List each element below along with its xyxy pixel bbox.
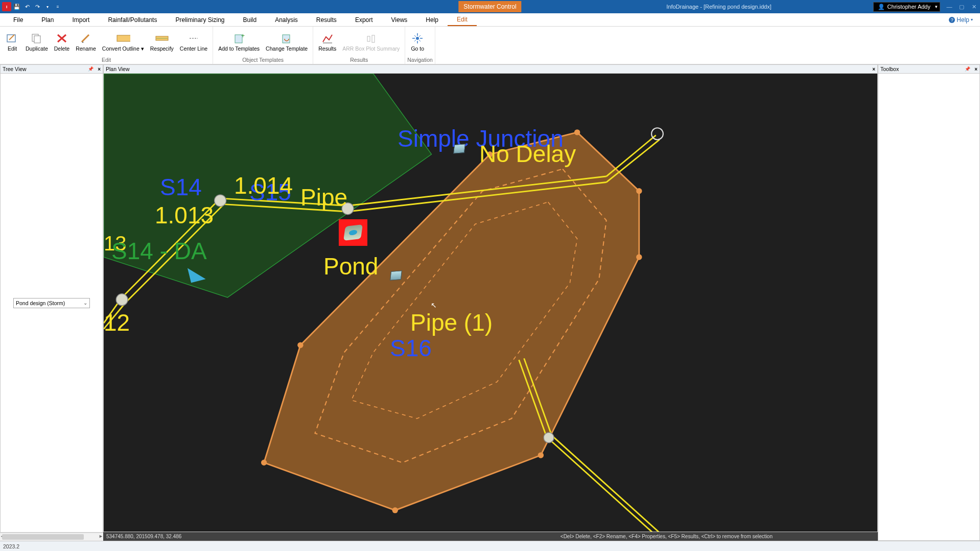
ribbon-delete-button[interactable]: Delete: [51, 31, 73, 53]
pencil-icon: [79, 32, 93, 44]
menu-help[interactable]: Help: [416, 14, 448, 26]
ribbon-add-to-templates-button[interactable]: +Add to Templates: [215, 32, 263, 53]
ribbon-go-to-button[interactable]: Go to: [407, 31, 428, 53]
close-icon[interactable]: ×: [872, 66, 875, 72]
svg-rect-3: [117, 35, 130, 41]
menu-file[interactable]: File: [4, 14, 32, 26]
ribbon-respecify-button[interactable]: Respecify: [147, 31, 177, 53]
design-select-value: Pond design (Storm): [16, 300, 65, 306]
chart-icon: [320, 32, 335, 44]
ribbon-convert-outline-button[interactable]: Convert Outline ▾: [99, 31, 147, 53]
connection-label-no-delay: No Delay: [479, 140, 576, 168]
menu-plan[interactable]: Plan: [32, 14, 63, 26]
ribbon-center-line-label: Center Line: [180, 45, 207, 52]
pin-icon[interactable]: 📌: [88, 66, 94, 72]
x-red-icon: [55, 32, 69, 44]
ribbon-respecify-label: Respecify: [150, 45, 174, 52]
ribbon-edit-label: Edit: [8, 45, 17, 52]
app-logo-icon: I: [2, 2, 11, 11]
pin-icon[interactable]: 📌: [965, 66, 970, 72]
tree-view-panel: Tree View 📌 × Pond design (Storm) ◄ ►: [0, 64, 103, 541]
qat-redo-icon[interactable]: ↷: [33, 2, 42, 11]
svg-point-25: [651, 128, 663, 140]
ribbon-group-navigation: Go to Navigation: [405, 27, 435, 64]
pipe-label-pipe1: Pipe (1): [410, 309, 493, 336]
scroll-thumb[interactable]: [2, 534, 84, 540]
plan-canvas[interactable]: S14 S15 S16 Simple Junction 1.014 1.013 …: [103, 74, 878, 532]
swc-label-pond: Pond: [323, 252, 378, 280]
qat-customize-icon[interactable]: ≡: [53, 2, 62, 11]
help-question-icon: ?: [949, 17, 955, 23]
menu-rainfall[interactable]: Rainfall/Pollutants: [99, 14, 166, 26]
ribbon-group-results-label: Results: [315, 56, 403, 64]
menu-results[interactable]: Results: [307, 14, 346, 26]
ribbon-results-button[interactable]: Results: [315, 31, 339, 53]
close-icon[interactable]: ×: [974, 66, 977, 72]
svg-text:+: +: [241, 33, 245, 39]
svg-rect-11: [372, 35, 375, 42]
main-menu-bar: File Plan Import Rainfall/Pollutants Pre…: [0, 13, 980, 27]
ribbon-duplicate-button[interactable]: Duplicate: [22, 31, 51, 53]
menu-edit[interactable]: Edit: [448, 14, 477, 26]
catchment-label-s14-da: S14 - DA: [111, 237, 207, 265]
ribbon-group-object-templates-label: Object Templates: [215, 56, 311, 64]
toolbox-body: [878, 74, 980, 541]
ribbon-change-template-button[interactable]: Change Template: [263, 32, 311, 53]
tree-view-title: Tree View: [3, 66, 27, 72]
boxplot-icon: [364, 33, 378, 45]
menu-analysis[interactable]: Analysis: [266, 14, 307, 26]
menu-export[interactable]: Export: [346, 14, 382, 26]
qat-save-icon[interactable]: 💾: [12, 2, 21, 11]
window-minimize-button[interactable]: —: [943, 4, 955, 10]
mouse-cursor-icon: ↖: [431, 301, 437, 309]
qat-dropdown-icon[interactable]: ▾: [43, 2, 52, 11]
tree-view-header[interactable]: Tree View 📌 ×: [0, 64, 103, 74]
tree-horizontal-scrollbar[interactable]: ◄ ►: [0, 533, 103, 541]
svg-point-19: [636, 254, 642, 260]
node-label-s16: S16: [390, 334, 432, 362]
qat-undo-icon[interactable]: ↶: [22, 2, 32, 11]
ribbon-duplicate-label: Duplicate: [26, 45, 48, 52]
ribbon-group-edit-label: Edit: [2, 56, 211, 64]
ribbon-results-label: Results: [318, 45, 336, 52]
menu-import[interactable]: Import: [63, 14, 99, 26]
window-restore-button[interactable]: ▢: [955, 4, 968, 10]
pipe-label-1013: 1.013: [155, 201, 214, 229]
application-status-bar: 2023.2: [0, 541, 980, 551]
design-select-dropdown[interactable]: Pond design (Storm): [13, 298, 90, 308]
svg-point-18: [636, 188, 642, 194]
ribbon-toolbar: Edit Duplicate Delete Rename Convert Out…: [0, 27, 980, 64]
ribbon-center-line-button[interactable]: Center Line: [177, 31, 211, 53]
ribbon-change-template-label: Change Template: [266, 46, 308, 52]
menu-views[interactable]: Views: [382, 14, 417, 26]
svg-point-23: [297, 342, 303, 348]
menu-preliminary-sizing[interactable]: Preliminary Sizing: [166, 14, 234, 26]
help-link[interactable]: ? Help ▾: [949, 16, 976, 24]
pencil-square-icon: [5, 32, 19, 44]
ribbon-rename-button[interactable]: Rename: [73, 31, 99, 53]
user-account-dropdown[interactable]: 👤 Christopher Addy: [873, 2, 940, 12]
close-icon[interactable]: ×: [98, 66, 101, 72]
pipe-label-pipe: Pipe: [300, 183, 347, 211]
crosshair-icon: [410, 32, 425, 44]
toolbox-title: Toolbox: [880, 66, 899, 72]
plan-view-header[interactable]: Plan View ×: [103, 64, 878, 74]
toolbox-header[interactable]: Toolbox 📌 ×: [878, 64, 980, 74]
ribbon-go-to-label: Go to: [411, 45, 424, 52]
window-close-button[interactable]: ✕: [968, 4, 980, 10]
plan-view-panel: Plan View ×: [103, 64, 878, 541]
plus-template-icon: +: [232, 33, 246, 45]
pond-icon[interactable]: [339, 219, 367, 246]
svg-point-17: [574, 129, 580, 135]
pipe-label-1014: 1.014: [234, 172, 293, 199]
scroll-right-icon[interactable]: ►: [99, 534, 103, 539]
menu-build[interactable]: Build: [234, 14, 266, 26]
ribbon-group-results: Results ARR Box Plot Summary Results: [313, 27, 405, 64]
ribbon-edit-button[interactable]: Edit: [2, 31, 22, 53]
ribbon-group-navigation-label: Navigation: [407, 56, 433, 64]
ribbon-rename-label: Rename: [76, 45, 96, 52]
junction-icon[interactable]: [453, 144, 465, 154]
center-line-icon: [186, 32, 201, 44]
copy-icon: [30, 32, 44, 44]
outlet-node-icon[interactable]: [390, 270, 402, 281]
